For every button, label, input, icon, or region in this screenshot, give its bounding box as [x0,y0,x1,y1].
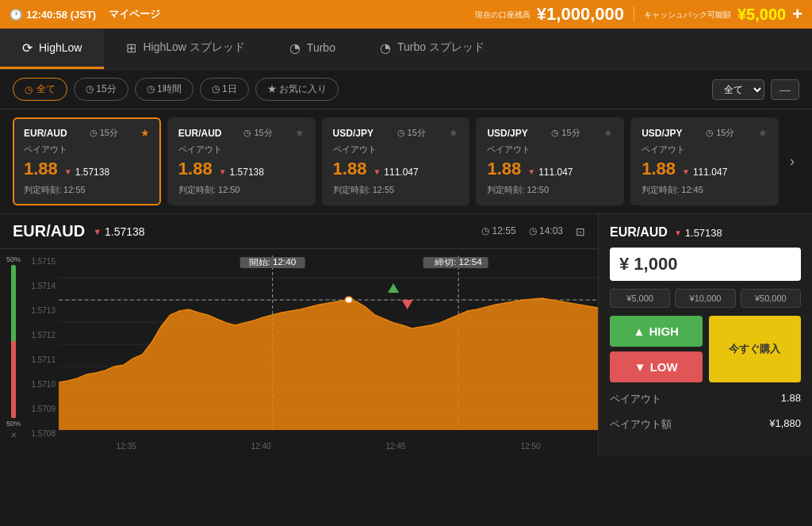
top-bar: 🕐 12:40:58 (JST) マイページ 現在の口座残高 ¥1,000,00… [0,0,812,29]
cards-nav-right[interactable]: › [785,117,799,205]
balance-label: 現在の口座残高 [475,10,530,20]
card-4-payout-label: ペイアウト [642,144,768,155]
card-3-arrow: ▼ [527,167,535,176]
payout-amount-label: ペイアウト額 [610,417,672,432]
card-2[interactable]: USD/JPY ◷ 15分 ★ ペイアウト 1.88 ▼ 111.047 判定時… [322,117,470,205]
filter-fav[interactable]: ★ お気に入り [255,78,339,101]
chart-price-header: ▼ 1.57138 [93,225,145,238]
card-4-body: 1.88 ▼ 111.047 [642,159,768,179]
chart-section: EUR/AUD ▼ 1.57138 ◷ 12:55 ◷ 14:03 ⊡ 50% … [0,214,598,455]
y-label-3: 1.5712 [21,331,56,340]
cashback-label: キャッシュバック可能額 [644,10,731,20]
filter-right: 全て — [712,79,799,100]
tab-highlow-spread[interactable]: ⊞ HighLow スプレッド [104,29,266,69]
card-4-price-val: 111.047 [693,167,727,178]
card-1[interactable]: EUR/AUD ◷ 15分 ★ ペイアウト 1.88 ▼ 1.57138 判定時… [167,117,316,205]
quick-5000[interactable]: ¥5,000 [610,289,670,308]
high-button-label: HIGH [649,324,679,338]
card-3[interactable]: USD/JPY ◷ 15分 ★ ペイアウト 1.88 ▼ 111.047 判定時… [476,117,624,205]
card-3-price: ▼ 111.047 [527,167,573,178]
card-4-star[interactable]: ★ [758,127,768,139]
card-0-star[interactable]: ★ [140,127,150,139]
card-3-star[interactable]: ★ [603,127,613,139]
tab-turbo[interactable]: ◔ Turbo [267,29,358,69]
highlow-spread-icon: ⊞ [126,40,136,56]
low-button-label: LOW [650,360,678,374]
mypage-link[interactable]: マイページ [109,7,160,21]
clock-icon: 🕐 [10,9,22,21]
card-0-time: ◷ 15分 [90,127,118,139]
card-1-payout: 1.88 [178,159,213,179]
payout-value: 1.88 [781,392,801,406]
filter-15min[interactable]: ◷ 15分 [74,78,128,101]
card-2-payout: 1.88 [333,159,367,179]
card-1-settlement: 判定時刻: 12:50 [178,184,304,196]
card-4-pair: USD/JPY [642,128,682,139]
tab-highlow-label: HighLow [39,41,82,54]
card-2-pair: USD/JPY [333,128,373,139]
y-label-7: 1.5708 [21,429,56,438]
card-0-price-val: 1.57138 [75,167,109,178]
filter-1hr[interactable]: ◷ 1時間 [135,78,193,101]
card-2-star[interactable]: ★ [449,127,458,139]
plus-button[interactable]: + [792,4,802,25]
card-2-header: USD/JPY ◷ 15分 ★ [333,127,459,139]
tab-turbo-spread[interactable]: ◔ Turbo スプレッド [358,29,507,69]
filter-all[interactable]: ◷ 全て [13,78,67,101]
card-1-payout-label: ペイアウト [178,144,304,155]
card-4[interactable]: USD/JPY ◷ 15分 ★ ペイアウト 1.88 ▼ 111.047 判定時… [630,117,779,205]
card-1-star[interactable]: ★ [295,127,304,139]
card-4-header: USD/JPY ◷ 15分 ★ [642,127,768,139]
card-1-arrow: ▼ [219,167,227,176]
tab-highlow[interactable]: ⟳ HighLow [0,29,104,69]
card-4-price: ▼ 111.047 [682,167,727,178]
balance-amount: ¥1,000,000 [537,4,624,25]
card-1-price-val: 1.57138 [230,167,264,178]
collapse-button[interactable]: — [771,79,799,100]
card-0-arrow: ▼ [64,167,72,176]
turbo-spread-icon: ◔ [380,40,391,56]
chart-header: EUR/AUD ▼ 1.57138 ◷ 12:55 ◷ 14:03 ⊡ [0,214,598,249]
x-label-0: 12:35 [116,442,136,451]
color-bar-wrap: 50% 50% ✕ [8,255,19,440]
x-axis: 12:35 12:40 12:45 12:50 [59,440,598,452]
high-button[interactable]: ▲ HIGH [610,316,703,347]
filter-1day-label: ◷ 1日 [212,83,237,96]
low-marker [402,300,413,309]
filter-all-label: 全て [36,83,56,96]
quick-50000[interactable]: ¥50,000 [741,289,801,308]
x-label-3: 12:50 [520,442,540,451]
filter-1day[interactable]: ◷ 1日 [200,78,249,101]
buy-now-button[interactable]: 今すぐ購入 [709,316,802,382]
chart-expand-icon[interactable]: ⊡ [576,225,585,238]
chart-pair: EUR/AUD [13,222,85,240]
payout-amount-value: ¥1,880 [769,417,801,432]
quick-10000[interactable]: ¥10,000 [675,289,735,308]
amount-input[interactable] [610,248,801,281]
sidebar: EUR/AUD ▼ 1.57138 ¥5,000 ¥10,000 ¥50,000… [598,214,812,455]
pct-bot: 50% [6,420,21,428]
category-select[interactable]: 全て [712,79,764,100]
y-label-0: 1.5715 [21,257,56,266]
chart-svg-container: 開始: 12:40 締切: 12:54 12:35 12:40 12:45 12… [59,255,598,455]
action-row: ▲ HIGH ▼ LOW 今すぐ購入 [610,316,801,382]
card-3-settlement: 判定時刻: 12:50 [487,184,613,196]
y-label-6: 1.5709 [21,405,56,413]
tab-bar: ⟳ HighLow ⊞ HighLow スプレッド ◔ Turbo ◔ Turb… [0,29,812,70]
high-marker [388,283,399,293]
high-low-col: ▲ HIGH ▼ LOW [610,316,703,382]
top-bar-right: 現在の口座残高 ¥1,000,000 キャッシュバック可能額 ¥5,000 + [475,4,802,25]
card-3-time: ◷ 15分 [551,127,580,139]
filter-bar: ◷ 全て ◷ 15分 ◷ 1時間 ◷ 1日 ★ お気に入り 全て — [0,70,812,109]
cards-row: EUR/AUD ◷ 15分 ★ ペイアウト 1.88 ▼ 1.57138 判定時… [0,109,812,213]
close-icon[interactable]: ✕ [10,431,17,440]
card-0[interactable]: EUR/AUD ◷ 15分 ★ ペイアウト 1.88 ▼ 1.57138 判定時… [13,117,161,205]
y-label-5: 1.5710 [21,380,56,389]
filter-all-icon: ◷ [25,84,33,95]
end-label: 締切: 12:54 [434,258,482,267]
chart-area-fill [59,298,598,430]
payout-amount-row: ペイアウト額 ¥1,880 [610,416,801,433]
start-label: 開始: 12:40 [249,258,296,267]
low-button[interactable]: ▼ LOW [610,351,703,382]
x-label-2: 12:45 [385,442,405,451]
